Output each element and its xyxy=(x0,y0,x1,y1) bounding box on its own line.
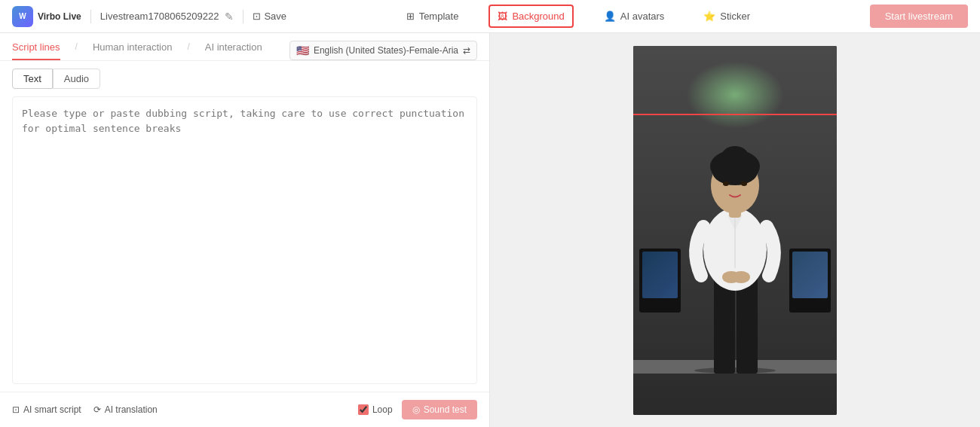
bottom-left-actions: ⊡ AI smart script ⟳ AI translation xyxy=(12,404,158,415)
svg-point-12 xyxy=(741,181,747,186)
divider2 xyxy=(243,10,243,23)
monitor-right-screen xyxy=(792,252,828,298)
project-name[interactable]: Livestream1708065209222 xyxy=(100,11,219,22)
template-label: Template xyxy=(419,11,459,22)
save-label: Save xyxy=(264,11,286,22)
logo-area: W Virbo Live xyxy=(12,6,81,27)
navbar-center: ⊞ Template 🖼 Background 👤 AI avatars ⭐ S… xyxy=(397,5,759,28)
bottom-right-actions: Loop ◎ Sound test xyxy=(358,400,477,419)
save-button[interactable]: ⊡ Save xyxy=(253,11,286,22)
language-selector[interactable]: 🇺🇸 English (United States)-Female-Aria ⇄ xyxy=(289,41,477,60)
ai-avatars-label: AI avatars xyxy=(620,11,665,22)
sticker-icon: ⭐ xyxy=(703,11,715,22)
svg-point-10 xyxy=(721,146,749,167)
background-label: Background xyxy=(512,11,564,22)
ai-smart-script-button[interactable]: ⊡ AI smart script xyxy=(12,404,81,415)
left-panel: Script lines / Human interaction / AI in… xyxy=(0,33,490,427)
script-tab-list: Script lines / Human interaction / AI in… xyxy=(12,41,262,60)
lang-label: English (United States)-Female-Aria xyxy=(314,45,458,56)
ai-translation-button[interactable]: ⟳ AI translation xyxy=(93,404,158,415)
start-livestream-button[interactable]: Start livestream xyxy=(870,5,968,28)
nav-template[interactable]: ⊞ Template xyxy=(397,5,468,28)
loop-checkbox-label[interactable]: Loop xyxy=(358,404,393,415)
swap-icon: ⇄ xyxy=(463,45,470,56)
ai-translation-label: AI translation xyxy=(105,404,158,415)
tab-ai-interaction[interactable]: AI interaction xyxy=(205,41,262,60)
main-layout: Script lines / Human interaction / AI in… xyxy=(0,33,980,427)
script-tabs: Script lines / Human interaction / AI in… xyxy=(0,33,489,61)
nav-ai-avatars[interactable]: 👤 AI avatars xyxy=(595,5,674,28)
tab-human-interaction[interactable]: Human interaction xyxy=(93,41,173,60)
tab-audio[interactable]: Audio xyxy=(53,69,100,89)
sound-test-button[interactable]: ◎ Sound test xyxy=(402,400,477,419)
navbar-left: W Virbo Live Livestream1708065209222 ✎ ⊡… xyxy=(12,6,286,27)
logo-icon: W xyxy=(12,6,33,27)
loop-checkbox[interactable] xyxy=(358,404,369,415)
divider xyxy=(90,10,91,23)
ai-avatars-icon: 👤 xyxy=(604,11,616,22)
background-icon: 🖼 xyxy=(498,11,507,22)
translation-icon: ⟳ xyxy=(93,404,101,415)
logo-text: Virbo Live xyxy=(38,11,81,22)
template-icon: ⊞ xyxy=(406,11,415,22)
right-panel xyxy=(490,33,980,427)
smart-script-icon: ⊡ xyxy=(12,404,20,415)
script-textarea-area xyxy=(0,89,489,392)
preview-container xyxy=(633,46,837,415)
nav-sticker[interactable]: ⭐ Sticker xyxy=(694,5,759,28)
sound-test-label: Sound test xyxy=(424,404,467,415)
monitor-left-screen xyxy=(642,252,678,298)
logo-symbol: W xyxy=(19,12,26,20)
monitor-right xyxy=(789,249,831,313)
avatar-svg xyxy=(675,117,795,374)
save-icon: ⊡ xyxy=(253,11,261,22)
ai-smart-script-label: AI smart script xyxy=(23,404,81,415)
navbar: W Virbo Live Livestream1708065209222 ✎ ⊡… xyxy=(0,0,980,33)
nav-background[interactable]: 🖼 Background xyxy=(488,5,573,28)
tab-text[interactable]: Text xyxy=(12,69,53,89)
svg-rect-1 xyxy=(737,276,758,374)
tab-script-lines[interactable]: Script lines xyxy=(12,41,60,60)
script-textarea[interactable] xyxy=(12,96,477,384)
bottom-bar: ⊡ AI smart script ⟳ AI translation Loop … xyxy=(0,392,489,427)
edit-icon[interactable]: ✎ xyxy=(225,11,234,23)
loop-label: Loop xyxy=(372,404,393,415)
sound-icon: ◎ xyxy=(412,404,420,415)
red-border-top xyxy=(633,114,837,115)
flag-icon: 🇺🇸 xyxy=(296,44,309,56)
svg-point-5 xyxy=(732,271,750,283)
text-audio-tabs: Text Audio xyxy=(0,61,489,89)
sticker-label: Sticker xyxy=(720,11,750,22)
svg-point-11 xyxy=(723,181,729,186)
